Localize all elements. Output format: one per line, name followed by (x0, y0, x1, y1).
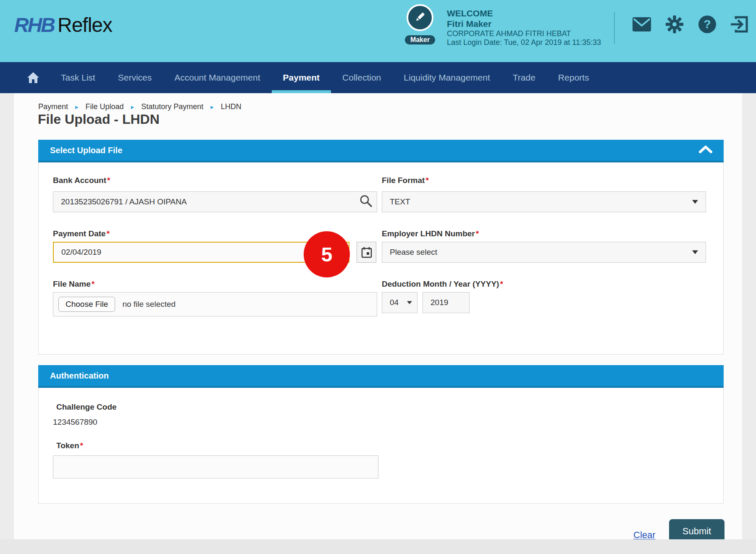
deduction-month-select[interactable]: 04 (382, 292, 417, 313)
select-upload-file-panel: Select Upload File Bank Account* 2013523… (38, 140, 724, 355)
nav-item-reports[interactable]: Reports (547, 62, 601, 93)
employer-lhdn-label: Employer LHDN Number* (382, 229, 479, 238)
chevron-down-icon (407, 301, 412, 304)
file-name-label: File Name* (53, 280, 94, 289)
role-badge: Maker (404, 34, 436, 45)
token-label: Token* (56, 441, 83, 450)
pencil-icon (414, 10, 426, 25)
bank-account-label: Bank Account* (53, 176, 110, 185)
home-nav-icon[interactable] (17, 62, 50, 93)
upload-panel-title: Select Upload File (50, 146, 122, 155)
breadcrumb-arrow-icon: ▸ (210, 103, 214, 111)
app-header: RHBReflex Maker WELCOME Fitri Maker CORP… (0, 0, 756, 62)
last-login-date: Last Login Date: Tue, 02 Apr 2019 at 11:… (447, 38, 601, 47)
nav-item-payment[interactable]: Payment (272, 62, 331, 93)
user-avatar[interactable]: Maker (404, 4, 436, 45)
breadcrumb-file-upload[interactable]: File Upload (86, 102, 124, 111)
calendar-icon[interactable] (357, 242, 376, 263)
auth-panel-title: Authentication (50, 371, 109, 381)
page-content: Payment ▸ File Upload ▸ Statutory Paymen… (14, 93, 742, 539)
user-info: WELCOME Fitri Maker CORPORATE AHMAD FITR… (447, 8, 601, 47)
chevron-down-icon (692, 200, 698, 204)
nav-item-account-management[interactable]: Account Management (163, 62, 271, 93)
page-title: File Upload - LHDN (38, 112, 160, 127)
user-name: Fitri Maker (447, 19, 601, 29)
breadcrumb-arrow-icon: ▸ (75, 103, 79, 111)
upload-panel-header: Select Upload File (38, 140, 724, 162)
choose-file-button[interactable]: Choose File (58, 297, 115, 312)
nav-item-services[interactable]: Services (107, 62, 163, 93)
token-input[interactable] (53, 455, 378, 478)
deduction-year-input[interactable]: 2019 (423, 292, 470, 313)
mail-icon[interactable] (631, 15, 652, 34)
file-upload-field: Choose File no file selected (53, 292, 377, 316)
rhb-reflex-logo: RHBReflex (14, 13, 112, 37)
welcome-text: WELCOME (447, 8, 601, 19)
breadcrumb-statutory-payment[interactable]: Statutory Payment (141, 102, 203, 111)
logo-rhb: RHB (14, 14, 54, 36)
challenge-code-label: Challenge Code (56, 402, 117, 412)
authentication-panel: Authentication Challenge Code 1234567890… (38, 365, 724, 504)
nav-item-trade[interactable]: Trade (501, 62, 547, 93)
breadcrumb-arrow-icon: ▸ (131, 103, 134, 111)
chevron-up-icon[interactable] (698, 145, 713, 156)
nav-item-liquidity-management[interactable]: Liquidity Management (392, 62, 501, 93)
help-glyph: ? (698, 16, 716, 33)
nav-item-task-list[interactable]: Task List (50, 62, 107, 93)
breadcrumb-lhdn[interactable]: LHDN (221, 102, 242, 111)
employer-lhdn-select[interactable]: Please select (382, 242, 706, 263)
logout-icon[interactable] (729, 15, 750, 34)
file-format-label: File Format* (382, 176, 429, 185)
breadcrumb-payment[interactable]: Payment (38, 102, 68, 111)
main-nav: Task List Services Account Management Pa… (0, 62, 756, 93)
help-icon[interactable]: ? (697, 15, 718, 34)
chevron-down-icon (692, 251, 698, 254)
breadcrumb: Payment ▸ File Upload ▸ Statutory Paymen… (38, 102, 242, 111)
settings-icon[interactable] (664, 15, 685, 34)
logo-reflex: Reflex (58, 14, 112, 36)
step-annotation-badge: 5 (304, 231, 350, 277)
footer-strip (0, 539, 756, 554)
payment-date-label: Payment Date* (53, 229, 110, 238)
file-format-select[interactable]: TEXT (382, 191, 706, 212)
deduction-month-year-label: Deduction Month / Year (YYYY)* (382, 280, 503, 289)
avatar-circle (407, 4, 433, 31)
auth-panel-header: Authentication (38, 365, 724, 388)
header-divider (614, 12, 615, 44)
file-selected-status: no file selected (122, 300, 176, 309)
challenge-code-value: 1234567890 (53, 418, 97, 427)
bank-account-input[interactable]: 20135235026791 / AJASH OIPANA (53, 191, 377, 212)
search-icon[interactable] (359, 194, 373, 210)
user-company: CORPORATE AHMAD FITRI HEBAT (447, 29, 601, 38)
nav-item-collection[interactable]: Collection (331, 62, 392, 93)
